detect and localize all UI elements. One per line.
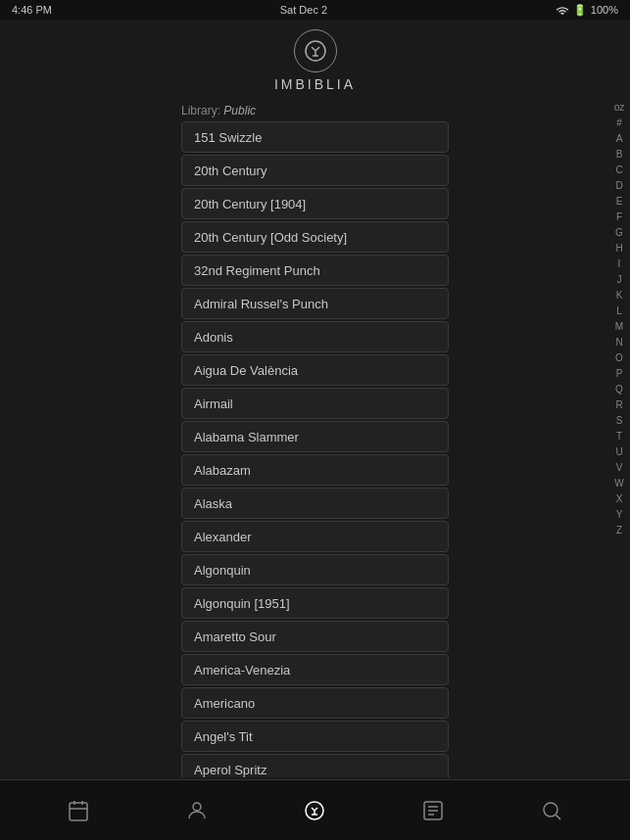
index-item[interactable]: #: [608, 116, 630, 131]
search-icon: [539, 798, 564, 823]
index-item[interactable]: H: [608, 241, 630, 257]
status-bar: 4:46 PM Sat Dec 2 🔋 100%: [0, 0, 630, 20]
index-item[interactable]: T: [608, 429, 630, 444]
index-item[interactable]: C: [608, 163, 630, 178]
drink-name: 151 Swizzle: [194, 130, 262, 145]
drink-name: Algonquin [1951]: [194, 596, 290, 611]
index-item[interactable]: E: [608, 194, 630, 210]
index-item[interactable]: Y: [608, 507, 630, 523]
list-icon: [420, 798, 446, 823]
index-item[interactable]: Z: [608, 523, 630, 538]
index-item[interactable]: oz: [608, 100, 630, 116]
list-item[interactable]: Alaska: [181, 488, 449, 519]
person-icon: [184, 798, 210, 823]
calendar-icon: [66, 798, 91, 823]
drink-name: Admiral Russel's Punch: [194, 297, 328, 311]
list-item[interactable]: Alabama Slammer: [181, 421, 449, 452]
cocktail-logo-icon: [304, 39, 327, 63]
index-item[interactable]: Q: [608, 382, 630, 397]
drink-name: Amaretto Sour: [194, 630, 276, 644]
drink-name: Adonis: [194, 330, 233, 345]
svg-point-2: [193, 803, 201, 811]
index-item[interactable]: D: [608, 178, 630, 194]
tab-list[interactable]: [404, 786, 462, 835]
list-item[interactable]: 20th Century: [181, 155, 449, 186]
index-item[interactable]: W: [608, 476, 630, 491]
index-item[interactable]: N: [608, 335, 630, 350]
wifi-icon: [556, 5, 569, 15]
drink-name: Airmail: [194, 397, 233, 411]
battery-percent: 100%: [591, 4, 618, 16]
index-item[interactable]: U: [608, 444, 630, 460]
index-item[interactable]: S: [608, 413, 630, 429]
index-item[interactable]: I: [608, 257, 630, 272]
list-item[interactable]: Aigua De València: [181, 354, 449, 386]
index-item[interactable]: M: [608, 319, 630, 335]
list-item[interactable]: Americano: [181, 687, 449, 719]
tab-cocktail[interactable]: [285, 786, 344, 835]
drink-name: America-Venezia: [194, 663, 290, 677]
drink-name: Alexander: [194, 530, 252, 544]
svg-rect-1: [70, 803, 87, 820]
index-item[interactable]: X: [608, 491, 630, 507]
drink-name: Angel's Tit: [194, 729, 253, 744]
tab-bar: [0, 779, 630, 840]
index-item[interactable]: B: [608, 147, 630, 163]
drink-name: 20th Century: [194, 163, 267, 178]
index-item[interactable]: J: [608, 272, 630, 288]
tab-calendar[interactable]: [49, 786, 108, 835]
list-item[interactable]: 20th Century [Odd Society]: [181, 221, 449, 253]
list-item[interactable]: Admiral Russel's Punch: [181, 288, 449, 319]
index-item[interactable]: G: [608, 225, 630, 241]
drink-name: Alaska: [194, 496, 232, 511]
drink-name: Alabazam: [194, 463, 251, 478]
index-item[interactable]: L: [608, 303, 630, 319]
list-item[interactable]: Algonquin [1951]: [181, 587, 449, 619]
index-item[interactable]: K: [608, 288, 630, 303]
list-item[interactable]: Airmail: [181, 388, 449, 419]
list-item[interactable]: America-Venezia: [181, 654, 449, 685]
content-area: 151 Swizzle20th Century20th Century [190…: [0, 121, 630, 777]
index-sidebar[interactable]: oz#ABCDEFGHIJKLMNOPQRSTUVWXYZ: [608, 98, 630, 779]
drink-name: Alabama Slammer: [194, 430, 299, 444]
index-item[interactable]: R: [608, 397, 630, 413]
library-label: Library: Public: [0, 98, 630, 121]
app-title: IMBIBLIA: [274, 76, 356, 92]
cocktail-icon: [302, 798, 327, 823]
list-item[interactable]: Aperol Spritz: [181, 754, 449, 777]
svg-point-5: [544, 803, 557, 817]
drink-name: 32nd Regiment Punch: [194, 263, 320, 278]
index-item[interactable]: F: [608, 210, 630, 225]
list-item[interactable]: Alexander: [181, 521, 449, 552]
drink-name: Aigua De València: [194, 363, 298, 378]
list-item[interactable]: Adonis: [181, 321, 449, 352]
app-header: IMBIBLIA: [0, 20, 630, 98]
tab-person[interactable]: [168, 786, 226, 835]
index-item[interactable]: A: [608, 131, 630, 147]
drink-name: Americano: [194, 696, 255, 711]
index-item[interactable]: P: [608, 366, 630, 382]
list-item[interactable]: 32nd Regiment Punch: [181, 255, 449, 286]
battery-icon: 🔋: [573, 4, 587, 17]
tab-search[interactable]: [522, 786, 581, 835]
drink-name: 20th Century [1904]: [194, 197, 306, 211]
list-item[interactable]: 20th Century [1904]: [181, 188, 449, 219]
drink-list[interactable]: 151 Swizzle20th Century20th Century [190…: [0, 121, 630, 777]
list-item[interactable]: 151 Swizzle: [181, 121, 449, 153]
status-right: 🔋 100%: [556, 4, 618, 17]
list-item[interactable]: Algonquin: [181, 554, 449, 585]
status-time: 4:46 PM: [12, 4, 52, 16]
index-item[interactable]: V: [608, 460, 630, 476]
index-item[interactable]: O: [608, 350, 630, 366]
drink-name: 20th Century [Odd Society]: [194, 230, 347, 245]
list-item[interactable]: Angel's Tit: [181, 721, 449, 752]
list-item[interactable]: Alabazam: [181, 454, 449, 486]
drink-name: Aperol Spritz: [194, 763, 267, 777]
app-logo: [294, 29, 337, 72]
list-item[interactable]: Amaretto Sour: [181, 621, 449, 652]
drink-name: Algonquin: [194, 563, 251, 578]
status-date: Sat Dec 2: [280, 4, 327, 16]
